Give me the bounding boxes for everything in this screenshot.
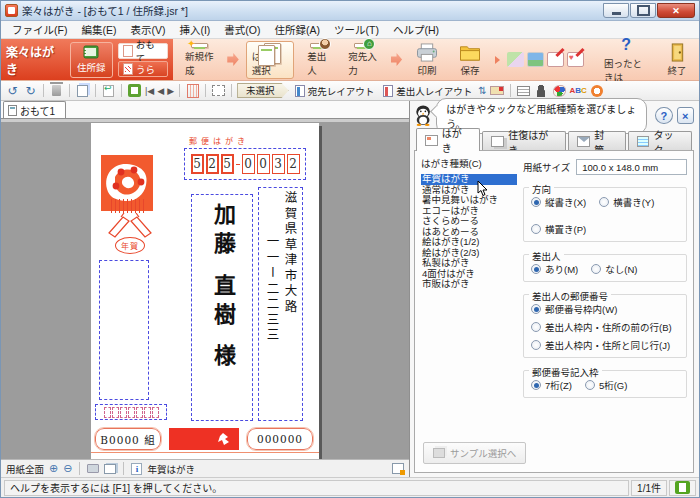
nenga-hatch-lines xyxy=(111,199,145,213)
recipient-name-frame[interactable]: 加藤 直樹 様 xyxy=(191,194,253,421)
panel-close-button[interactable]: × xyxy=(677,107,694,124)
exit-button[interactable]: 終了 xyxy=(661,41,693,79)
sender-postal-frame[interactable] xyxy=(95,404,167,420)
print-button[interactable]: 印刷 xyxy=(409,41,445,79)
list-item[interactable]: 絵はがき(1/2) xyxy=(421,237,517,248)
postal-digit: 5 xyxy=(191,154,204,174)
tab-envelope[interactable]: 封 筒 xyxy=(568,131,625,151)
menu-file[interactable]: ファイル(F) xyxy=(5,20,74,39)
menu-addressbook[interactable]: 住所録(A) xyxy=(268,20,328,39)
radio-sender-no[interactable]: なし(N) xyxy=(591,262,637,276)
order-icon[interactable]: ⇅ xyxy=(478,85,486,96)
hagaki-type-list[interactable]: 年賀はがき 通常はがき 暑中見舞いはがき エコーはがき さくらめーる はあとめー… xyxy=(421,174,517,290)
canvas-top-strip xyxy=(1,119,409,122)
zip-frame-icon[interactable] xyxy=(185,83,200,98)
tab-tack[interactable]: タック xyxy=(628,131,692,151)
revert-page-icon[interactable] xyxy=(101,83,116,98)
radio-5-digit[interactable]: 5桁(G) xyxy=(585,378,628,392)
radio-zip-same-line[interactable]: 差出人枠内・住所と同じ行(J) xyxy=(531,338,679,352)
sender-layout-button[interactable]: 差出人レイアウト xyxy=(380,83,475,99)
postcard-preview[interactable]: 郵便はがき 5 2 5 0 0 3 2 xyxy=(91,123,319,459)
copy-icon[interactable] xyxy=(75,83,90,98)
list-item[interactable]: はあとめーる xyxy=(421,227,517,238)
list-item[interactable]: エコーはがき xyxy=(421,206,517,217)
menu-help[interactable]: ヘルプ(H) xyxy=(386,20,446,39)
stamp-icon[interactable] xyxy=(590,83,605,98)
radio-vertical-writing[interactable]: 縦書き(X) xyxy=(531,195,586,209)
menu-edit[interactable]: 編集(E) xyxy=(74,20,123,39)
delete-icon[interactable] xyxy=(49,83,64,98)
photo-card-icon[interactable] xyxy=(527,52,544,67)
recipient-layout-button[interactable]: 宛先レイアウト xyxy=(292,83,378,99)
list-item[interactable]: 4面付はがき xyxy=(421,269,517,280)
menu-format[interactable]: 書式(O) xyxy=(217,20,267,39)
nenga-mark: 年賀 xyxy=(115,237,145,254)
decorated-text-icon[interactable]: ABC xyxy=(570,86,587,95)
recipient-address-frame[interactable]: 滋賀県草津市大路一一ー二二三三 xyxy=(258,187,303,421)
nav-first-icon[interactable]: |◀ xyxy=(145,86,154,96)
save-button[interactable]: 保存 xyxy=(452,41,488,79)
radio-horizontal-writing[interactable]: 横書き(Y) xyxy=(599,195,654,209)
zoom-in-icon[interactable]: ⊕ xyxy=(49,463,58,474)
radio-sender-yes[interactable]: あり(M) xyxy=(531,262,578,276)
sender-address-frame[interactable] xyxy=(99,260,149,400)
back-side-button[interactable]: うら xyxy=(118,61,168,77)
select-area-icon[interactable] xyxy=(211,83,226,98)
help-button[interactable]: ? 困ったときは xyxy=(598,41,654,79)
radio-landscape[interactable]: 横置き(P) xyxy=(531,222,586,236)
menu-tools[interactable]: ツール(T) xyxy=(327,20,386,39)
list-item[interactable]: 暑中見舞いはがき xyxy=(421,195,517,206)
recipient-input-button[interactable]: ⌂ 宛先入力 xyxy=(342,41,383,79)
list-item[interactable]: さくらめーる xyxy=(421,216,517,227)
tab-ofuku-hagaki[interactable]: 往復はがき xyxy=(482,131,566,151)
preview-canvas[interactable]: 郵便はがき 5 2 5 0 0 3 2 xyxy=(1,119,409,459)
address-book-button[interactable]: 住所録 xyxy=(70,42,113,78)
front-side-button[interactable]: おもて xyxy=(118,43,168,59)
paper-tabs: はがき 往復はがき 封 筒 タック xyxy=(414,128,694,151)
zoom-out-icon[interactable]: ⊖ xyxy=(63,463,72,474)
list-item[interactable]: 私製はがき xyxy=(421,258,517,269)
tab-front1[interactable]: おもて1 xyxy=(3,101,66,118)
maximize-button[interactable] xyxy=(630,3,656,18)
nav-next-icon[interactable]: ▶ xyxy=(167,86,174,96)
postal-code-block[interactable]: 5 2 5 0 0 3 2 xyxy=(184,148,306,180)
selection-state-button[interactable]: 未選択 xyxy=(237,83,289,98)
guide-ruler-icon[interactable] xyxy=(490,83,505,98)
select-hagaki-button[interactable]: はがき選択 xyxy=(246,41,295,79)
print-preview-icon[interactable] xyxy=(87,464,99,473)
list-item[interactable]: 絵はがき(2/3) xyxy=(421,248,517,259)
minimize-button[interactable] xyxy=(603,3,629,18)
list-item[interactable]: 市販はがき xyxy=(421,279,517,290)
multi-page-icon[interactable] xyxy=(104,464,116,474)
direction-group: 方向 縦書き(X) 横書き(Y) 横置き(P) xyxy=(523,187,687,242)
page-setup-icon[interactable] xyxy=(392,463,404,474)
menu-insert[interactable]: 挿入(I) xyxy=(172,20,217,39)
penguin-mascot-icon xyxy=(414,104,432,127)
radio-7-digit[interactable]: 7桁(Z) xyxy=(531,378,572,392)
radio-zip-in-frame[interactable]: 郵便番号枠内(W) xyxy=(531,302,679,316)
undo-icon[interactable]: ↺ xyxy=(5,83,20,98)
figure-icon[interactable] xyxy=(534,83,549,98)
flow-arrow-icon xyxy=(391,52,403,67)
sender-button[interactable]: 差出人 xyxy=(301,41,335,79)
close-button[interactable] xyxy=(657,3,695,18)
sample-select-button[interactable]: サンプル選択へ xyxy=(423,442,526,464)
app-window: 楽々はがき - [おもて1 / 住所録.jsr *] ファイル(F) 編集(E)… xyxy=(0,0,700,498)
redo-icon[interactable]: ↻ xyxy=(23,83,38,98)
panel-help-button[interactable]: ? xyxy=(655,107,672,124)
list-item[interactable]: 年賀はがき xyxy=(421,174,517,185)
textbox-icon[interactable] xyxy=(516,83,531,98)
nav-prev-icon[interactable]: ◀ xyxy=(157,86,164,96)
design-cards-icon[interactable] xyxy=(507,52,524,67)
tab-hagaki[interactable]: はがき xyxy=(416,128,480,151)
lottery-center-mark xyxy=(169,428,239,450)
list-item[interactable]: 通常はがき xyxy=(421,185,517,196)
register-design-icon[interactable] xyxy=(127,83,142,98)
radio-zip-before-address[interactable]: 差出人枠内・住所の前の行(B) xyxy=(531,320,679,334)
new-document-button[interactable]: ✦ 新規作成 xyxy=(179,41,220,79)
fit-page-label[interactable]: 用紙全面 xyxy=(6,462,44,476)
edit-card-heart-icon[interactable] xyxy=(567,52,584,67)
sample-icon xyxy=(433,448,445,458)
edit-card-icon[interactable] xyxy=(547,52,564,67)
palette-icon[interactable] xyxy=(552,83,567,98)
